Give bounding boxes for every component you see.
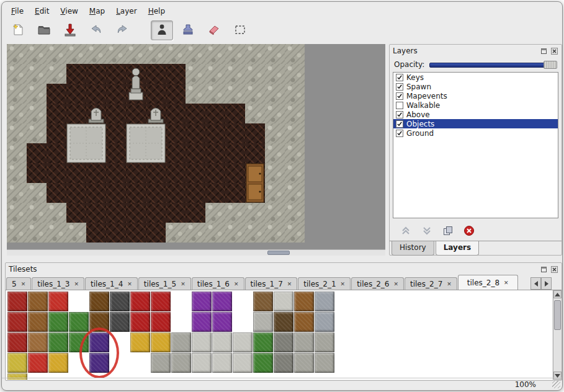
scrollbar-thumb[interactable]: [554, 300, 561, 330]
delete-button[interactable]: [462, 225, 476, 237]
tileset-tab-tiles_1_4[interactable]: tiles_1_4✕: [85, 277, 138, 290]
tileset-tile[interactable]: [151, 292, 171, 311]
eraser-tool-button[interactable]: [203, 20, 225, 40]
float-panel-button[interactable]: [539, 47, 548, 55]
tileset-tile[interactable]: [151, 353, 171, 373]
tileset-tile[interactable]: [69, 312, 89, 332]
layer-row-above[interactable]: Above: [393, 110, 558, 119]
tileset-tile[interactable]: [294, 292, 314, 311]
tileset-tile[interactable]: [274, 332, 293, 352]
layer-row-spawn[interactable]: Spawn: [393, 82, 558, 91]
tileset-tab-tiles_2_1[interactable]: tiles_2_1✕: [298, 277, 351, 290]
opacity-slider-handle[interactable]: [544, 61, 557, 69]
opacity-slider[interactable]: [429, 60, 557, 69]
tileset-tile[interactable]: [192, 312, 212, 332]
tileset-tile[interactable]: [192, 353, 212, 373]
tileset-tile[interactable]: [233, 353, 253, 373]
layer-visibility-checkbox[interactable]: [396, 83, 403, 91]
resize-grip[interactable]: [552, 380, 560, 388]
tileset-tab-tiles_2_7[interactable]: tiles_2_7✕: [405, 277, 457, 290]
tileset-tile[interactable]: [253, 332, 273, 352]
tileset-tile[interactable]: [212, 353, 232, 373]
move-down-button[interactable]: [420, 225, 434, 237]
tileset-tile[interactable]: [171, 353, 191, 373]
layer-visibility-checkbox[interactable]: [396, 120, 403, 128]
close-tab-icon[interactable]: ✕: [341, 281, 346, 287]
tileset-tile[interactable]: [315, 353, 334, 373]
close-tab-icon[interactable]: ✕: [393, 281, 398, 287]
tileset-tab-tiles_1_5[interactable]: tiles_1_5✕: [138, 277, 191, 290]
tileset-tab-tiles_2_8[interactable]: tiles_2_8✕: [458, 275, 518, 290]
menu-file[interactable]: File: [6, 5, 29, 17]
tileset-tab-tiles_1_7[interactable]: tiles_1_7✕: [245, 277, 298, 290]
tileset-tile[interactable]: [294, 312, 314, 332]
tileset-tile[interactable]: [7, 332, 27, 352]
tileset-tile[interactable]: [7, 292, 27, 311]
tileset-tile[interactable]: [7, 353, 27, 373]
close-tab-icon[interactable]: ✕: [21, 281, 26, 287]
redo-button[interactable]: [111, 20, 133, 40]
layer-row-keys[interactable]: Keys: [393, 73, 558, 82]
tab-scroll-left-button[interactable]: [530, 277, 541, 290]
tileset-tile[interactable]: [253, 312, 273, 332]
tileset-tile[interactable]: [253, 353, 273, 373]
tileset-tile[interactable]: [171, 332, 191, 352]
tileset-tile[interactable]: [233, 332, 253, 352]
tileset-tile[interactable]: [151, 332, 171, 352]
tileset-tile[interactable]: [110, 292, 130, 311]
tileset-tile[interactable]: [130, 292, 150, 311]
layer-row-walkable[interactable]: Walkable: [393, 100, 558, 110]
layer-visibility-checkbox[interactable]: [396, 102, 403, 109]
tileset-tile[interactable]: [212, 332, 232, 352]
menu-map[interactable]: Map: [84, 5, 110, 17]
tileset-tile[interactable]: [212, 292, 232, 311]
tileset-tile[interactable]: [48, 292, 68, 311]
tab-scroll-right-button[interactable]: [541, 277, 552, 290]
new-button[interactable]: [7, 20, 29, 40]
tileset-tile[interactable]: [315, 332, 334, 352]
tileset-tile[interactable]: [315, 312, 334, 332]
character-tool-button[interactable]: [151, 20, 173, 40]
close-tab-icon[interactable]: ✕: [127, 281, 132, 287]
tileset-tile[interactable]: [7, 312, 27, 332]
tileset-tab-tiles_1_3[interactable]: tiles_1_3✕: [32, 277, 84, 290]
map-grid[interactable]: [7, 44, 305, 243]
tileset-tile[interactable]: [274, 292, 293, 311]
float-panel-button[interactable]: [539, 265, 548, 274]
tileset-tab-5[interactable]: 5✕: [6, 277, 31, 290]
close-tab-icon[interactable]: ✕: [74, 281, 79, 287]
layer-row-mapevents[interactable]: Mapevents: [393, 91, 558, 100]
close-tab-icon[interactable]: ✕: [504, 280, 509, 286]
tileset-tile[interactable]: [274, 312, 293, 332]
layer-row-ground[interactable]: Ground: [393, 128, 558, 138]
layer-visibility-checkbox[interactable]: [396, 92, 403, 100]
map-widget[interactable]: [7, 44, 385, 256]
tileset-vscrollbar[interactable]: [553, 290, 562, 380]
tileset-tab-tiles_2_6[interactable]: tiles_2_6✕: [351, 277, 404, 290]
tileset-tile[interactable]: [130, 332, 150, 352]
layer-visibility-checkbox[interactable]: [396, 111, 403, 118]
map-hscrollbar[interactable]: [7, 249, 385, 256]
tileset-tile[interactable]: [28, 332, 48, 352]
tab-history[interactable]: History: [392, 241, 434, 256]
close-panel-button[interactable]: [550, 47, 558, 55]
tileset-tile[interactable]: [192, 332, 212, 352]
tileset-tile[interactable]: [89, 292, 109, 311]
tileset-tile[interactable]: [274, 353, 293, 373]
tileset-tile[interactable]: [28, 353, 48, 373]
move-up-button[interactable]: [399, 225, 413, 237]
close-tab-icon[interactable]: ✕: [234, 281, 239, 287]
menu-help[interactable]: Help: [143, 5, 171, 17]
layer-visibility-checkbox[interactable]: [396, 130, 403, 137]
tileset-tab-tiles_1_6[interactable]: tiles_1_6✕: [192, 277, 244, 290]
tileset-tile[interactable]: [294, 332, 314, 352]
menu-edit[interactable]: Edit: [29, 5, 55, 17]
stamp-tool-button[interactable]: [177, 20, 199, 40]
close-tab-icon[interactable]: ✕: [287, 281, 292, 287]
close-tab-icon[interactable]: ✕: [447, 281, 452, 287]
tileset-tile[interactable]: [294, 353, 314, 373]
tileset-tile[interactable]: [110, 312, 130, 332]
undo-button[interactable]: [85, 20, 107, 40]
layer-visibility-checkbox[interactable]: [396, 74, 403, 81]
opacity-slider-track[interactable]: [429, 63, 556, 68]
